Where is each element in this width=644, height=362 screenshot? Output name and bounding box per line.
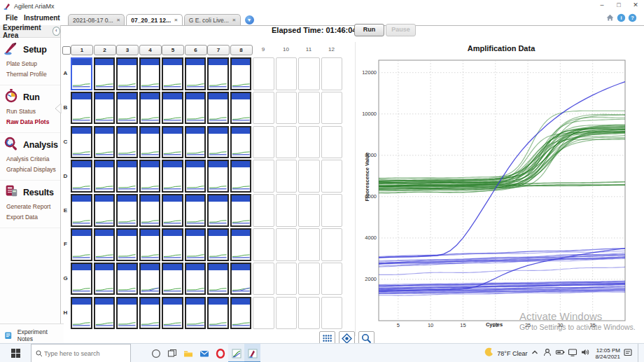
well-C10-empty[interactable]	[276, 126, 298, 159]
well-H1[interactable]	[71, 297, 92, 330]
sidebar-item-run-status[interactable]: Run Status	[0, 106, 60, 116]
well-B7[interactable]	[207, 92, 229, 125]
column-header-3[interactable]: 3	[116, 45, 139, 55]
well-D6[interactable]	[185, 160, 206, 193]
well-C2[interactable]	[94, 126, 115, 159]
well-F3[interactable]	[116, 228, 138, 261]
well-H10-empty[interactable]	[276, 297, 298, 330]
well-A5[interactable]	[162, 57, 183, 90]
collapse-sidebar-icon[interactable]: ‹	[52, 27, 60, 36]
menu-file[interactable]: File	[6, 14, 18, 22]
task-view-button[interactable]	[164, 344, 180, 362]
column-header-5[interactable]: 5	[162, 45, 184, 55]
sidebar-item-export-data[interactable]: Export Data	[0, 211, 60, 222]
help-icon[interactable]: ?	[628, 13, 637, 25]
well-C12-empty[interactable]	[321, 126, 343, 159]
weather-text[interactable]: 78°F Clear	[497, 350, 527, 357]
tab-close-icon[interactable]: ×	[174, 17, 178, 23]
home-icon[interactable]	[606, 13, 615, 25]
well-B4[interactable]	[139, 92, 161, 125]
sidebar-item-generate-report[interactable]: Generate Report	[0, 201, 60, 211]
well-H2[interactable]	[94, 297, 115, 330]
well-D2[interactable]	[94, 160, 115, 193]
show-desktop-button[interactable]	[638, 344, 641, 362]
expand-tabs-button[interactable]: ▾	[245, 15, 254, 25]
well-E4[interactable]	[139, 194, 161, 227]
column-header-2[interactable]: 2	[94, 45, 116, 55]
weather-moon-icon[interactable]	[484, 347, 494, 360]
well-F5[interactable]	[162, 228, 183, 261]
sidebar-item-graphical-displays[interactable]: Graphical Displays	[0, 164, 60, 174]
well-F6[interactable]	[185, 228, 206, 261]
column-header-8[interactable]: 8	[230, 45, 253, 55]
well-B6[interactable]	[185, 92, 206, 125]
tab-2[interactable]: G E. coli Live...×	[184, 14, 241, 25]
well-A12-empty[interactable]	[321, 57, 343, 90]
well-D11-empty[interactable]	[298, 160, 320, 193]
well-G7[interactable]	[207, 263, 229, 295]
search-input[interactable]	[43, 349, 119, 358]
tab-0[interactable]: 2021-08-17 0...×	[68, 14, 125, 25]
well-A6[interactable]	[185, 57, 206, 90]
well-D1[interactable]	[71, 160, 92, 193]
well-H3[interactable]	[116, 297, 138, 330]
well-H7[interactable]	[207, 297, 229, 330]
well-B3[interactable]	[116, 92, 138, 125]
well-C11-empty[interactable]	[298, 126, 320, 159]
well-B8[interactable]	[230, 92, 252, 125]
well-D5[interactable]	[162, 160, 183, 193]
well-E11-empty[interactable]	[298, 194, 320, 227]
well-C5[interactable]	[162, 126, 183, 159]
close-button[interactable]: ✕	[627, 0, 644, 11]
people-icon[interactable]	[542, 347, 552, 360]
well-G12-empty[interactable]	[321, 263, 343, 295]
file-explorer-button[interactable]	[180, 344, 196, 362]
well-A1[interactable]	[71, 57, 92, 90]
column-header-7[interactable]: 7	[207, 45, 230, 55]
well-G10-empty[interactable]	[276, 263, 298, 295]
select-all-wells-checkbox[interactable]	[62, 46, 71, 55]
minimize-button[interactable]: –	[594, 0, 610, 11]
well-D10-empty[interactable]	[276, 160, 298, 193]
well-F10-empty[interactable]	[276, 228, 298, 261]
well-B2[interactable]	[94, 92, 115, 125]
well-G2[interactable]	[94, 263, 115, 295]
opera-button[interactable]	[212, 344, 228, 362]
taskbar-clock[interactable]: 12:05 PM8/24/2021	[595, 347, 620, 360]
well-B5[interactable]	[162, 92, 183, 125]
tab-close-icon[interactable]: ×	[232, 17, 236, 23]
maximize-button[interactable]: □	[610, 0, 627, 11]
well-C6[interactable]	[185, 126, 206, 159]
well-E12-empty[interactable]	[321, 194, 343, 227]
well-B1[interactable]	[71, 92, 92, 125]
tab-close-icon[interactable]: ×	[117, 17, 120, 23]
well-A8[interactable]	[230, 57, 252, 90]
well-G8[interactable]	[230, 263, 252, 295]
well-G3[interactable]	[116, 263, 138, 295]
run-button[interactable]: Run	[354, 24, 384, 36]
well-C9-empty[interactable]	[253, 126, 274, 159]
well-A2[interactable]	[94, 57, 115, 90]
well-E2[interactable]	[94, 194, 115, 227]
well-G5[interactable]	[162, 263, 183, 295]
well-B9-empty[interactable]	[253, 92, 274, 125]
well-D8[interactable]	[230, 160, 252, 193]
volume-icon[interactable]	[580, 347, 590, 360]
well-H8[interactable]	[230, 297, 252, 330]
well-G4[interactable]	[139, 263, 161, 295]
start-button[interactable]	[0, 344, 31, 362]
column-header-6[interactable]: 6	[185, 45, 207, 55]
battery-icon[interactable]	[555, 347, 565, 360]
well-B11-empty[interactable]	[298, 92, 320, 125]
well-A10-empty[interactable]	[276, 57, 298, 90]
well-B12-empty[interactable]	[321, 92, 343, 125]
well-D4[interactable]	[139, 160, 161, 193]
aria-app-active-button[interactable]	[244, 344, 260, 362]
well-F11-empty[interactable]	[298, 228, 320, 261]
sidebar-item-thermal-profile[interactable]: Thermal Profile	[0, 69, 60, 79]
action-center-icon[interactable]	[623, 347, 633, 360]
well-C3[interactable]	[116, 126, 138, 159]
menu-instrument[interactable]: Instrument	[24, 14, 60, 22]
well-H6[interactable]	[185, 297, 206, 330]
well-D7[interactable]	[207, 160, 229, 193]
